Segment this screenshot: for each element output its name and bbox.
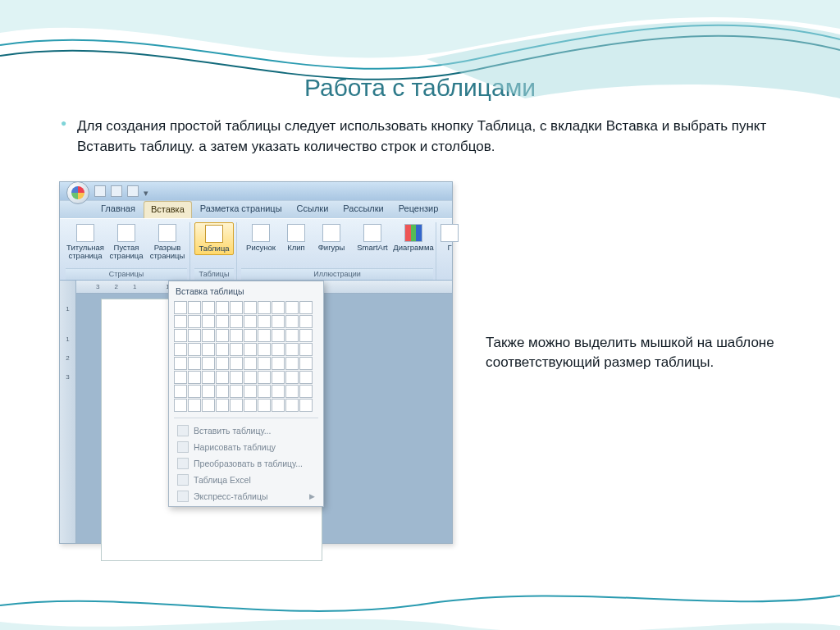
side-text: Также можно выделить мышкой на шаблоне с… [486, 333, 781, 372]
table-menu-title: Вставка таблицы [172, 285, 320, 299]
smartart-button[interactable]: SmartArt [353, 222, 392, 253]
blank-page-button[interactable]: Пустая страница [107, 222, 146, 262]
ribbon-tabs: Главная Вставка Разметка страницы Ссылки… [60, 200, 452, 218]
menu-convert-table[interactable]: Преобразовать в таблицу... [172, 455, 320, 472]
menu-excel-table[interactable]: Таблица Excel [172, 472, 320, 488]
shapes-button[interactable]: Фигуры [312, 222, 351, 253]
bullet-text: Для создания простой таблицы следует исп… [77, 116, 781, 157]
chart-button[interactable]: Диаграмма [394, 222, 433, 253]
tab-home[interactable]: Главная [94, 201, 142, 218]
chart-icon [404, 224, 422, 242]
tab-mailings[interactable]: Рассылки [336, 201, 390, 218]
excel-table-icon [177, 474, 189, 486]
menu-draw-table[interactable]: Нарисовать таблицу [172, 439, 320, 455]
tab-review[interactable]: Рецензир [392, 201, 445, 218]
qat-dropdown-icon[interactable]: ▾ [144, 188, 150, 194]
shapes-icon [322, 224, 340, 242]
insert-table-icon [177, 425, 189, 436]
group-links-partial: Г [438, 222, 461, 280]
word-screenshot: ▾ Главная Вставка Разметка страницы Ссыл… [59, 181, 453, 544]
group-illustrations-label: Иллюстрации [241, 268, 433, 280]
quick-tables-icon [177, 491, 189, 502]
page-break-button[interactable]: Разрыв страницы [148, 222, 187, 262]
picture-icon [252, 224, 270, 242]
table-icon [205, 225, 223, 243]
table-button[interactable]: Таблица [194, 222, 234, 255]
hyperlink-icon [441, 224, 459, 242]
submenu-arrow-icon: ▶ [309, 492, 315, 500]
menu-quick-tables[interactable]: Экспресс-таблицы▶ [172, 488, 320, 504]
vertical-ruler[interactable]: 1123 [60, 281, 76, 543]
group-pages-label: Страницы [66, 268, 187, 280]
tab-references[interactable]: Ссылки [290, 201, 336, 218]
tab-insert[interactable]: Вставка [144, 201, 192, 218]
smartart-icon [363, 224, 381, 242]
menu-insert-table[interactable]: Вставить таблицу... [172, 422, 320, 439]
ribbon: Титульная страница Пустая страница Разры… [60, 218, 452, 281]
decorative-wave-bottom [0, 581, 840, 630]
tab-page-layout[interactable]: Разметка страницы [194, 201, 289, 218]
group-tables: Таблица Таблицы [192, 222, 237, 280]
cover-page-icon [76, 224, 94, 242]
group-tables-label: Таблицы [194, 268, 234, 280]
document-area: 32112 1123 Вставка таблицы [60, 281, 452, 543]
menu-separator [174, 418, 318, 418]
group-illustrations: Рисунок Клип Фигуры SmartArt [239, 222, 436, 280]
clip-button[interactable]: Клип [282, 222, 310, 253]
blank-page-icon [117, 224, 135, 242]
slide-title: Работа с таблицами [0, 74, 840, 102]
word-titlebar: ▾ [60, 182, 452, 200]
bullet-block: Для создания простой таблицы следует исп… [59, 116, 781, 157]
page-break-icon [158, 224, 176, 242]
table-size-grid[interactable] [172, 299, 320, 413]
qat-redo-icon[interactable] [127, 185, 139, 197]
qat-undo-icon[interactable] [111, 185, 122, 197]
group-pages: Титульная страница Пустая страница Разры… [63, 222, 190, 280]
picture-button[interactable]: Рисунок [241, 222, 281, 253]
cover-page-button[interactable]: Титульная страница [66, 222, 105, 262]
table-dropdown-menu: Вставка таблицы Вставить таблицу... Нари… [168, 281, 324, 507]
hyperlink-button[interactable]: Г [441, 222, 459, 253]
convert-table-icon [177, 458, 189, 469]
qat-save-icon[interactable] [94, 185, 106, 197]
draw-table-icon [177, 441, 189, 453]
clip-icon [287, 224, 305, 242]
